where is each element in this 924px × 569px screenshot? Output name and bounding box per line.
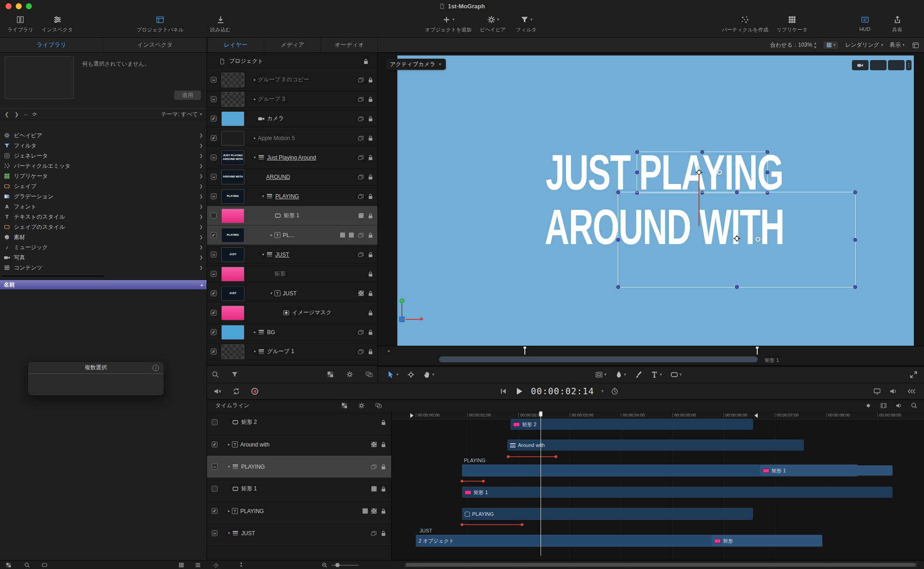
- filter-icon[interactable]: [231, 371, 238, 378]
- disclosure-triangle-icon[interactable]: ▾: [226, 465, 232, 469]
- selection-handle[interactable]: [735, 285, 739, 289]
- keyframe-dot[interactable]: [507, 455, 510, 458]
- keyframe-dot[interactable]: [554, 455, 557, 458]
- camera-view-button[interactable]: [852, 60, 869, 70]
- tab-layers[interactable]: レイヤー: [207, 38, 264, 52]
- search-icon[interactable]: [24, 562, 30, 568]
- library-category-item[interactable]: コンテンツ❯: [0, 263, 207, 273]
- text-tool-button[interactable]: ▾: [650, 371, 662, 379]
- disclosure-triangle-icon[interactable]: ▾: [268, 291, 274, 295]
- selection-handle[interactable]: [853, 190, 857, 194]
- layer-checkbox[interactable]: –: [211, 193, 217, 199]
- layer-checkbox[interactable]: –: [211, 271, 217, 277]
- selection-handle[interactable]: [616, 190, 620, 194]
- preview-size-icon[interactable]: [42, 562, 48, 568]
- rewind-chevrons-icon[interactable]: [906, 387, 916, 395]
- timeline-track-row[interactable]: ✓▸TAround with: [207, 434, 391, 456]
- go-to-start-button[interactable]: [499, 387, 507, 395]
- rotation-handle[interactable]: [755, 237, 760, 242]
- timeline-clip-bar[interactable]: 矩形 2: [511, 419, 753, 430]
- select-tool-button[interactable]: ▾: [387, 371, 399, 379]
- keyframe-icon[interactable]: [865, 402, 872, 409]
- keyframe-line[interactable]: [508, 456, 556, 457]
- timecode-display[interactable]: 00:00:02:14: [531, 386, 594, 396]
- keyframe-line[interactable]: [462, 481, 483, 482]
- audio-track-icon[interactable]: [895, 402, 902, 409]
- keyframe-dot[interactable]: [461, 480, 463, 483]
- mini-timeline-scrollbar[interactable]: [439, 356, 758, 362]
- timeline-track-row[interactable]: –▾PLAYING: [207, 456, 391, 478]
- library-category-item[interactable]: 写真❯: [0, 252, 207, 263]
- layer-checkbox[interactable]: ✓: [211, 116, 217, 122]
- minimize-window-button[interactable]: [16, 3, 22, 9]
- selection-handle[interactable]: [735, 190, 739, 194]
- timeline-clip-bar[interactable]: Around with: [507, 440, 804, 451]
- disclosure-triangle-icon[interactable]: ▸: [226, 509, 232, 513]
- selection-handle[interactable]: [766, 150, 769, 154]
- playhead[interactable]: [541, 411, 541, 556]
- zoom-icon[interactable]: [911, 402, 918, 409]
- transparency-icon[interactable]: [327, 371, 334, 378]
- display-icon[interactable]: [873, 387, 881, 395]
- tab-media[interactable]: メディア: [264, 38, 321, 52]
- disclosure-triangle-icon[interactable]: ▾: [260, 252, 266, 257]
- layer-checkbox[interactable]: ✓: [211, 349, 217, 355]
- lock-icon[interactable]: [363, 58, 369, 65]
- apply-button[interactable]: 適用: [174, 91, 201, 100]
- transparency-icon[interactable]: [341, 402, 348, 409]
- disclosure-triangle-icon[interactable]: ▾: [260, 194, 266, 198]
- shape-tool-button[interactable]: ▾: [670, 371, 682, 379]
- timeline-horizontal-scrollbar[interactable]: [404, 563, 918, 567]
- selection-handle[interactable]: [700, 150, 704, 154]
- timeline-clip-bar[interactable]: PLAYING: [462, 508, 753, 520]
- layer-checkbox[interactable]: –: [212, 464, 218, 470]
- chevron-down-icon[interactable]: ▾: [602, 389, 604, 393]
- library-category-item[interactable]: シェイプのスタイル❯: [0, 222, 207, 232]
- render-menu-button[interactable]: レンダリング ▾: [845, 41, 883, 49]
- layer-row[interactable]: –AROUND WITHAROUND: [207, 167, 377, 187]
- layer-checkbox[interactable]: –: [211, 77, 217, 83]
- inspector-button[interactable]: インスペクタ: [42, 14, 73, 33]
- disclosure-triangle-icon[interactable]: ▸: [252, 97, 258, 101]
- selection-handle[interactable]: [635, 150, 639, 154]
- library-category-item[interactable]: Tテキストのスタイル❯: [0, 212, 207, 222]
- layer-checkbox[interactable]: [211, 213, 217, 219]
- zoom-out-icon[interactable]: [322, 562, 328, 568]
- share-button[interactable]: 共有: [885, 14, 909, 33]
- layer-checkbox[interactable]: ✓: [212, 508, 218, 514]
- name-column-header[interactable]: 名前 ▴: [0, 280, 207, 289]
- filters-button[interactable]: ▾フィルタ: [514, 14, 538, 33]
- panels-icon[interactable]: [365, 371, 373, 378]
- layer-checkbox[interactable]: [212, 486, 218, 492]
- layer-checkbox[interactable]: –: [211, 251, 217, 257]
- list-view-button[interactable]: [195, 562, 201, 568]
- channels-dropdown-button[interactable]: ▾: [823, 41, 839, 49]
- timeline-track-row[interactable]: –▾JUST: [207, 522, 391, 545]
- tab-audio[interactable]: オーディオ: [321, 38, 378, 52]
- layer-row[interactable]: –JUST▾JUST: [207, 245, 377, 264]
- gear-icon[interactable]: [358, 402, 365, 409]
- keyframe-line[interactable]: [462, 524, 522, 525]
- bezier-tool-button[interactable]: ▾: [615, 371, 626, 379]
- project-row[interactable]: プロジェクト: [207, 53, 377, 70]
- timeline-track-row[interactable]: 矩形 1: [207, 478, 391, 500]
- anchor-tool-button[interactable]: [407, 371, 415, 379]
- loop-icon[interactable]: [232, 387, 240, 395]
- library-category-item[interactable]: パーティクルエミッタ❯: [0, 161, 207, 171]
- paint-tool-button[interactable]: [634, 371, 642, 379]
- filmstrip-icon[interactable]: [880, 402, 887, 409]
- layer-checkbox[interactable]: ✓: [211, 310, 217, 316]
- stepper-icon[interactable]: ▴▾: [240, 561, 242, 568]
- layer-row[interactable]: ✓▸BG: [207, 323, 377, 342]
- timeline-track-row[interactable]: 矩形 2: [207, 411, 391, 434]
- playhead-knob[interactable]: [539, 411, 542, 416]
- sync-icon[interactable]: ⟳: [33, 111, 37, 117]
- mask-tool-button[interactable]: ▾: [595, 371, 607, 379]
- layer-row[interactable]: ✓PLAYING▸TPL...: [207, 226, 377, 245]
- mini-out-marker[interactable]: [757, 348, 758, 355]
- icon-view-button[interactable]: [178, 562, 184, 568]
- disclosure-triangle-icon[interactable]: ▾: [252, 155, 258, 159]
- keyframe-dot[interactable]: [521, 523, 523, 526]
- replicator-button[interactable]: リプリケータ: [777, 14, 808, 33]
- hud-button[interactable]: HUD: [853, 14, 877, 32]
